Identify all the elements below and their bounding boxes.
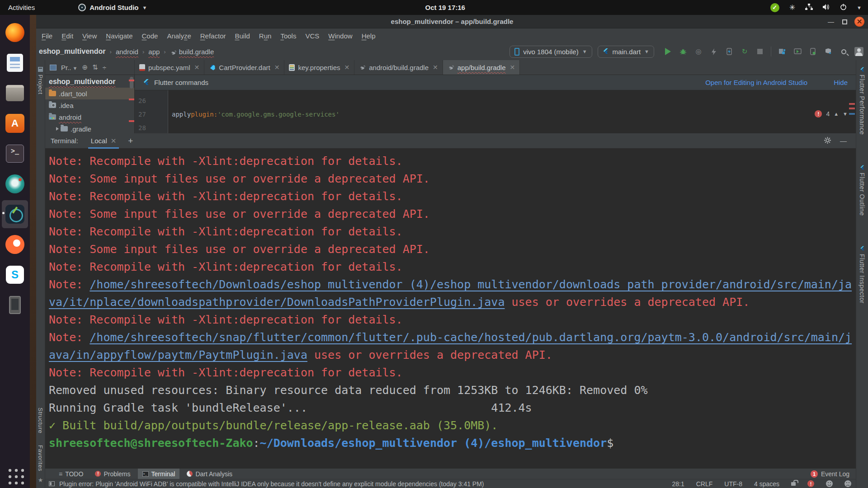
inspection-widget[interactable]: ! 4 ▲ ▼ [815, 110, 848, 117]
menu-code[interactable]: Code [137, 32, 163, 40]
terminal-file-link[interactable]: va/it/nplace/downloadspathprovider/Downl… [49, 296, 505, 309]
dock-skype[interactable]: S [2, 261, 28, 289]
menu-navigate[interactable]: Navigate [101, 32, 137, 40]
search-everywhere-button[interactable] [839, 47, 848, 56]
dock-firefox[interactable] [2, 19, 28, 47]
tree-item--idea[interactable]: .idea [45, 99, 134, 111]
dock-android-studio[interactable] [2, 200, 28, 228]
status-encoding[interactable]: UTF-8 [724, 480, 742, 488]
tool-tab-flutter-inspector[interactable]: Flutter Inspector [859, 246, 866, 306]
dock-photos-app[interactable] [2, 170, 28, 198]
tree-item--gradle[interactable]: .gradle [45, 123, 134, 133]
terminal-file-link[interactable]: ava/in/appyflow/paytm/PaytmPlugin.java [49, 348, 307, 361]
tree-item--dart-tool[interactable]: .dart_tool [45, 88, 134, 99]
breadcrumb-item[interactable]: android [116, 48, 138, 56]
hot-restart-button[interactable]: ↻ [740, 47, 749, 56]
breadcrumb-item[interactable]: app [148, 48, 160, 56]
close-icon[interactable]: ✕ [433, 64, 438, 71]
close-icon[interactable]: ✕ [344, 64, 350, 71]
dock-libreoffice-writer[interactable] [2, 49, 28, 77]
tray-app-indicator-icon[interactable]: ✳ [789, 3, 795, 12]
tool-button-terminal[interactable]: >_Terminal [138, 469, 180, 479]
tool-button-todo[interactable]: ≡TODO [54, 469, 88, 479]
close-icon[interactable]: ✕ [194, 64, 200, 71]
menu-analyze[interactable]: Analyze [162, 32, 195, 40]
status-line-ending[interactable]: CRLF [696, 480, 713, 488]
close-icon[interactable]: ✕ [510, 64, 515, 71]
prev-error-icon[interactable]: ▲ [834, 111, 839, 117]
menu-view[interactable]: View [78, 32, 101, 40]
collapse-all-icon[interactable]: ÷ [103, 64, 106, 71]
breadcrumb-item[interactable]: build.gradle [170, 48, 214, 56]
status-message[interactable]: Plugin error: Plugin 'Android WiFi ADB' … [59, 480, 484, 488]
app-menu[interactable]: Android Studio ▼ [78, 4, 147, 11]
activities-button[interactable]: Activities [0, 4, 43, 11]
breadcrumb-item[interactable]: eshop_multivendor [39, 47, 106, 56]
editor-tab-cartprovider-dart[interactable]: CartProvider.dart✕ [204, 60, 284, 75]
attach-debugger-button[interactable] [725, 47, 734, 56]
editor-tab-android-build-gradle[interactable]: android/build.gradle✕ [354, 60, 443, 75]
menu-run[interactable]: Run [255, 32, 276, 40]
tool-button-dart-analysis[interactable]: Dart Analysis [182, 469, 237, 479]
tree-item-eshop-multivendor[interactable]: eshop_multivendor [45, 76, 134, 88]
maximize-button[interactable] [842, 19, 847, 24]
sad-face-icon[interactable] [844, 480, 851, 487]
new-session-button[interactable]: + [123, 136, 138, 146]
menu-vcs[interactable]: VCS [301, 32, 324, 40]
menu-build[interactable]: Build [230, 32, 254, 40]
expand-all-icon[interactable]: ⇅ [92, 63, 98, 71]
readonly-lock-icon[interactable] [791, 482, 796, 486]
editor-tab-app-build-gradle[interactable]: app/build.gradle✕ [443, 60, 520, 75]
tray-volume-icon[interactable] [823, 4, 830, 12]
tool-tab-flutter-performance[interactable]: Flutter Performance [859, 66, 866, 137]
happy-face-icon[interactable] [826, 480, 833, 487]
minimize-button[interactable]: — [827, 18, 835, 25]
terminal-settings-icon[interactable] [824, 137, 831, 145]
status-caret-position[interactable]: 28:1 [672, 480, 684, 488]
tool-tab-favorites[interactable]: Favorites [37, 442, 44, 474]
debug-button[interactable] [679, 47, 688, 56]
close-icon[interactable]: ✕ [274, 64, 280, 71]
profile-avatar[interactable] [854, 47, 863, 56]
editor-tab-key-properties[interactable]: key.properties✕ [284, 60, 354, 75]
terminal-file-link[interactable]: /home/shreesoftech/Downloads/eshop_multi… [90, 278, 852, 291]
status-indent-setting[interactable]: 4 spaces [754, 480, 779, 488]
open-in-android-studio-link[interactable]: Open for Editing in Android Studio [705, 79, 807, 86]
run-button[interactable] [663, 47, 672, 56]
coverage-button[interactable]: ◎ [694, 47, 703, 56]
menu-help[interactable]: Help [357, 32, 380, 40]
project-view-selector[interactable]: Pr.. ▼ [61, 64, 77, 71]
project-scrollbar[interactable] [130, 77, 133, 89]
project-structure-button[interactable] [778, 47, 787, 56]
event-log-button[interactable]: 1 Event Log [811, 470, 849, 478]
device-manager-button[interactable] [808, 47, 817, 56]
hide-panel-icon[interactable]: — [840, 137, 847, 145]
menu-tools[interactable]: Tools [276, 32, 301, 40]
tree-item-android[interactable]: android [45, 111, 134, 123]
close-button[interactable]: ✕ [854, 17, 864, 27]
show-applications-button[interactable] [6, 466, 24, 484]
tray-network-icon[interactable] [805, 4, 813, 12]
dock-postman[interactable] [2, 230, 28, 258]
close-icon[interactable]: ✕ [111, 137, 117, 145]
tool-tab-structure[interactable]: Structure [37, 405, 44, 436]
chevron-right-icon[interactable] [56, 127, 59, 131]
dock-files[interactable] [2, 79, 28, 107]
dock-ubuntu-software[interactable]: A [2, 109, 28, 137]
profiler-button[interactable] [709, 47, 718, 56]
run-anything-button[interactable] [793, 47, 802, 56]
locate-file-icon[interactable]: ⊕ [82, 63, 88, 71]
sdk-manager-button[interactable] [824, 47, 833, 56]
tray-caret-icon[interactable]: ▼ [857, 5, 862, 10]
hide-banner-link[interactable]: Hide [834, 79, 848, 86]
code-editor[interactable]: 262728 apply plugin: 'com.google.gms.goo… [135, 90, 856, 133]
fatal-error-icon[interactable]: ! [807, 480, 814, 487]
favorites-star-icon[interactable]: ★ [38, 477, 43, 483]
tray-power-icon[interactable] [840, 4, 847, 12]
menu-edit[interactable]: Edit [57, 32, 78, 40]
run-config-selector[interactable]: main.dart ▼ [598, 46, 654, 58]
terminal-file-link[interactable]: /home/shreesoftech/snap/flutter/common/f… [90, 331, 852, 344]
editor-tab-pubspec-yaml[interactable]: pubspec.yaml✕ [135, 60, 204, 75]
tool-button-problems[interactable]: !Problems [90, 469, 135, 479]
terminal-tab-local[interactable]: Local ✕ [86, 133, 121, 149]
